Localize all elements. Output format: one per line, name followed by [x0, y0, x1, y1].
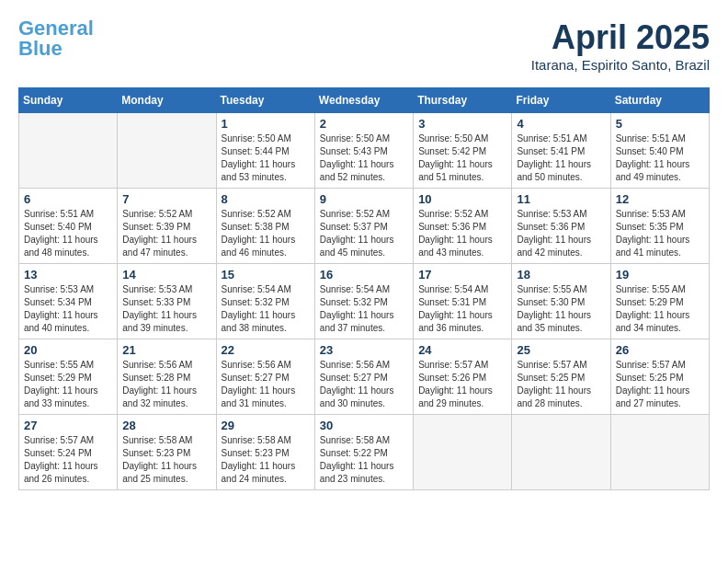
- day-number: 13: [24, 268, 112, 282]
- day-number: 30: [320, 419, 408, 432]
- day-info: Sunrise: 5:57 AM Sunset: 5:26 PM Dayligh…: [418, 359, 506, 410]
- calendar-cell: 21Sunrise: 5:56 AM Sunset: 5:28 PM Dayli…: [118, 339, 216, 415]
- weekday-header: Monday: [118, 88, 216, 113]
- calendar-cell: 8Sunrise: 5:52 AM Sunset: 5:38 PM Daylig…: [216, 189, 314, 264]
- day-info: Sunrise: 5:54 AM Sunset: 5:32 PM Dayligh…: [222, 283, 310, 335]
- day-info: Sunrise: 5:51 AM Sunset: 5:41 PM Dayligh…: [517, 132, 605, 184]
- calendar-cell: 16Sunrise: 5:54 AM Sunset: 5:32 PM Dayli…: [314, 264, 413, 339]
- day-info: Sunrise: 5:58 AM Sunset: 5:23 PM Dayligh…: [222, 434, 310, 486]
- calendar-cell: 26Sunrise: 5:57 AM Sunset: 5:25 PM Dayli…: [610, 339, 709, 415]
- day-number: 1: [222, 117, 310, 131]
- day-info: Sunrise: 5:53 AM Sunset: 5:36 PM Dayligh…: [517, 208, 605, 259]
- day-number: 27: [24, 419, 112, 432]
- calendar-cell: [610, 415, 709, 490]
- logo-name: General Blue: [18, 18, 94, 59]
- day-info: Sunrise: 5:54 AM Sunset: 5:31 PM Dayligh…: [418, 283, 506, 335]
- day-number: 5: [616, 117, 704, 131]
- calendar-cell: 29Sunrise: 5:58 AM Sunset: 5:23 PM Dayli…: [216, 415, 314, 490]
- day-number: 26: [616, 343, 704, 357]
- day-number: 12: [616, 192, 704, 206]
- day-info: Sunrise: 5:54 AM Sunset: 5:32 PM Dayligh…: [320, 283, 408, 335]
- calendar-cell: 14Sunrise: 5:53 AM Sunset: 5:33 PM Dayli…: [118, 264, 216, 339]
- day-number: 23: [320, 343, 408, 357]
- day-number: 3: [418, 117, 506, 131]
- header-row: SundayMondayTuesdayWednesdayThursdayFrid…: [19, 88, 710, 113]
- calendar-week-row: 6Sunrise: 5:51 AM Sunset: 5:40 PM Daylig…: [19, 189, 710, 264]
- calendar-week-row: 1Sunrise: 5:50 AM Sunset: 5:44 PM Daylig…: [19, 113, 710, 189]
- day-number: 25: [517, 343, 605, 357]
- calendar-cell: 13Sunrise: 5:53 AM Sunset: 5:34 PM Dayli…: [19, 264, 118, 339]
- day-number: 28: [122, 419, 210, 432]
- day-info: Sunrise: 5:53 AM Sunset: 5:34 PM Dayligh…: [24, 283, 112, 335]
- calendar-cell: 2Sunrise: 5:50 AM Sunset: 5:43 PM Daylig…: [314, 113, 413, 189]
- day-number: 18: [517, 268, 605, 282]
- day-info: Sunrise: 5:55 AM Sunset: 5:29 PM Dayligh…: [616, 283, 704, 335]
- day-number: 29: [222, 419, 310, 432]
- day-info: Sunrise: 5:52 AM Sunset: 5:36 PM Dayligh…: [418, 208, 506, 259]
- calendar-cell: 30Sunrise: 5:58 AM Sunset: 5:22 PM Dayli…: [314, 415, 413, 490]
- calendar-cell: 4Sunrise: 5:51 AM Sunset: 5:41 PM Daylig…: [512, 113, 610, 189]
- calendar-cell: [118, 113, 216, 189]
- day-info: Sunrise: 5:51 AM Sunset: 5:40 PM Dayligh…: [616, 132, 704, 184]
- calendar-week-row: 13Sunrise: 5:53 AM Sunset: 5:34 PM Dayli…: [19, 264, 710, 339]
- day-number: 10: [418, 192, 506, 206]
- calendar-cell: 28Sunrise: 5:58 AM Sunset: 5:23 PM Dayli…: [118, 415, 216, 490]
- calendar-cell: 5Sunrise: 5:51 AM Sunset: 5:40 PM Daylig…: [610, 113, 709, 189]
- day-info: Sunrise: 5:58 AM Sunset: 5:22 PM Dayligh…: [320, 434, 408, 486]
- calendar-cell: 12Sunrise: 5:53 AM Sunset: 5:35 PM Dayli…: [610, 189, 709, 264]
- calendar-cell: [414, 415, 512, 490]
- day-number: 19: [616, 268, 704, 282]
- calendar-cell: 9Sunrise: 5:52 AM Sunset: 5:37 PM Daylig…: [314, 189, 413, 264]
- day-number: 11: [517, 192, 605, 206]
- day-number: 7: [122, 192, 210, 206]
- day-number: 2: [320, 117, 408, 131]
- day-info: Sunrise: 5:57 AM Sunset: 5:24 PM Dayligh…: [24, 434, 112, 486]
- calendar-cell: 10Sunrise: 5:52 AM Sunset: 5:36 PM Dayli…: [414, 189, 512, 264]
- logo-blue: Blue: [18, 37, 63, 60]
- calendar-cell: 17Sunrise: 5:54 AM Sunset: 5:31 PM Dayli…: [414, 264, 512, 339]
- day-info: Sunrise: 5:53 AM Sunset: 5:33 PM Dayligh…: [122, 283, 210, 335]
- calendar-cell: 23Sunrise: 5:56 AM Sunset: 5:27 PM Dayli…: [314, 339, 413, 415]
- calendar-cell: 1Sunrise: 5:50 AM Sunset: 5:44 PM Daylig…: [216, 113, 314, 189]
- weekday-header: Sunday: [19, 88, 118, 113]
- day-number: 21: [122, 343, 210, 357]
- weekday-header: Tuesday: [216, 88, 314, 113]
- calendar-cell: 3Sunrise: 5:50 AM Sunset: 5:42 PM Daylig…: [414, 113, 512, 189]
- day-info: Sunrise: 5:52 AM Sunset: 5:37 PM Dayligh…: [320, 208, 408, 259]
- day-info: Sunrise: 5:50 AM Sunset: 5:44 PM Dayligh…: [222, 132, 310, 184]
- day-info: Sunrise: 5:57 AM Sunset: 5:25 PM Dayligh…: [517, 359, 605, 410]
- calendar-cell: 27Sunrise: 5:57 AM Sunset: 5:24 PM Dayli…: [19, 415, 118, 490]
- day-number: 24: [418, 343, 506, 357]
- day-number: 15: [222, 268, 310, 282]
- day-info: Sunrise: 5:52 AM Sunset: 5:38 PM Dayligh…: [222, 208, 310, 259]
- day-info: Sunrise: 5:58 AM Sunset: 5:23 PM Dayligh…: [122, 434, 210, 486]
- calendar-table: SundayMondayTuesdayWednesdayThursdayFrid…: [18, 87, 710, 490]
- day-info: Sunrise: 5:57 AM Sunset: 5:25 PM Dayligh…: [616, 359, 704, 410]
- day-info: Sunrise: 5:50 AM Sunset: 5:42 PM Dayligh…: [418, 132, 506, 184]
- title-block: April 2025 Itarana, Espirito Santo, Braz…: [531, 18, 710, 73]
- weekday-header: Saturday: [610, 88, 709, 113]
- day-number: 14: [122, 268, 210, 282]
- day-number: 8: [222, 192, 310, 206]
- location: Itarana, Espirito Santo, Brazil: [531, 57, 710, 73]
- day-number: 4: [517, 117, 605, 131]
- day-info: Sunrise: 5:55 AM Sunset: 5:29 PM Dayligh…: [24, 359, 112, 410]
- calendar-cell: 7Sunrise: 5:52 AM Sunset: 5:39 PM Daylig…: [118, 189, 216, 264]
- day-number: 17: [418, 268, 506, 282]
- weekday-header: Wednesday: [314, 88, 413, 113]
- day-info: Sunrise: 5:53 AM Sunset: 5:35 PM Dayligh…: [616, 208, 704, 259]
- weekday-header: Friday: [512, 88, 610, 113]
- day-number: 22: [222, 343, 310, 357]
- calendar-cell: 18Sunrise: 5:55 AM Sunset: 5:30 PM Dayli…: [512, 264, 610, 339]
- calendar-week-row: 20Sunrise: 5:55 AM Sunset: 5:29 PM Dayli…: [19, 339, 710, 415]
- calendar-cell: 24Sunrise: 5:57 AM Sunset: 5:26 PM Dayli…: [414, 339, 512, 415]
- calendar-cell: 22Sunrise: 5:56 AM Sunset: 5:27 PM Dayli…: [216, 339, 314, 415]
- calendar-cell: 20Sunrise: 5:55 AM Sunset: 5:29 PM Dayli…: [19, 339, 118, 415]
- day-info: Sunrise: 5:51 AM Sunset: 5:40 PM Dayligh…: [24, 208, 112, 259]
- calendar-cell: [512, 415, 610, 490]
- day-number: 16: [320, 268, 408, 282]
- day-info: Sunrise: 5:52 AM Sunset: 5:39 PM Dayligh…: [122, 208, 210, 259]
- day-info: Sunrise: 5:56 AM Sunset: 5:27 PM Dayligh…: [222, 359, 310, 410]
- calendar-cell: 25Sunrise: 5:57 AM Sunset: 5:25 PM Dayli…: [512, 339, 610, 415]
- day-number: 9: [320, 192, 408, 206]
